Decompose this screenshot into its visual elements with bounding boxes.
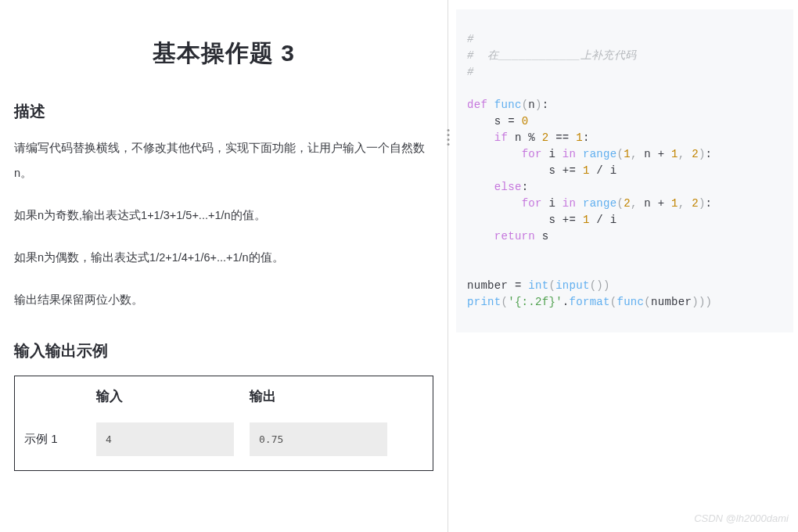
problem-title: 基本操作题 3: [14, 38, 433, 70]
desc-p2: 如果n为奇数,输出表达式1+1/3+1/5+...+1/n的值。: [14, 203, 433, 228]
desc-p4: 输出结果保留两位小数。: [14, 288, 433, 313]
io-example-label: 示例 1: [24, 432, 96, 447]
io-example-row: 示例 1 4 0.75: [15, 416, 433, 470]
io-section: 输入输出示例 输入 输出 示例 1 4 0.75: [14, 340, 433, 471]
io-output-cell: 0.75: [250, 422, 387, 456]
io-table: 输入 输出 示例 1 4 0.75: [14, 376, 433, 471]
io-header-input: 输入: [96, 389, 123, 404]
io-header-row: 输入 输出: [15, 376, 433, 416]
description-heading: 描述: [14, 101, 433, 122]
code-editor[interactable]: # # 在____________上补充代码 # def func(n): s …: [456, 9, 793, 332]
problem-panel: 基本操作题 3 描述 请编写代码替换横线，不修改其他代码，实现下面功能，让用户输…: [0, 0, 448, 532]
io-heading: 输入输出示例: [14, 340, 433, 361]
description-body: 请编写代码替换横线，不修改其他代码，实现下面功能，让用户输入一个自然数n。 如果…: [14, 136, 433, 312]
watermark: CSDN @lh2000dami: [694, 512, 789, 524]
desc-p1: 请编写代码替换横线，不修改其他代码，实现下面功能，让用户输入一个自然数n。: [14, 136, 433, 186]
io-header-output: 输出: [250, 389, 276, 404]
pane-resize-handle[interactable]: [448, 129, 450, 146]
io-input-cell: 4: [96, 422, 234, 456]
desc-p3: 如果n为偶数，输出表达式1/2+1/4+1/6+...+1/n的值。: [14, 246, 433, 271]
code-panel: # # 在____________上补充代码 # def func(n): s …: [448, 0, 798, 532]
